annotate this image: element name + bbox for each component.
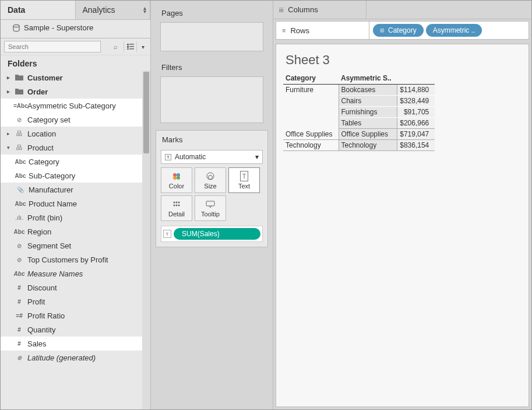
field-label: Profit Ratio: [27, 311, 65, 320]
table-row[interactable]: Technology Technology $836,154: [283, 140, 435, 151]
bin-icon: .ılı.: [13, 215, 25, 221]
cell-value: $91,705: [397, 107, 435, 118]
field-label: Sub-Category: [29, 171, 75, 180]
worksheet-area: iii Columns ≡ Rows ⊞ Category Asymmetric…: [273, 1, 531, 409]
color-icon: [172, 171, 181, 181]
field-category-set[interactable]: ⊘ Category set: [1, 113, 150, 127]
pages-drop[interactable]: [160, 22, 263, 51]
folder-order[interactable]: ▸ Order: [1, 85, 150, 99]
marks-tooltip-button[interactable]: Tooltip: [195, 195, 226, 221]
rows-shelf-label: ≡ Rows: [276, 22, 369, 39]
cell-value: $328,449: [397, 96, 435, 107]
set-icon: ⊘: [13, 257, 25, 263]
field-product-name[interactable]: Abc Product Name: [1, 197, 150, 211]
field-category[interactable]: Abc Category: [1, 155, 150, 169]
marks-pill-sum-sales[interactable]: T SUM(Sales): [161, 226, 263, 242]
number-icon: #: [13, 327, 25, 333]
number-icon: #: [13, 299, 25, 305]
tab-data[interactable]: Data: [1, 1, 76, 19]
number-icon: #: [13, 285, 25, 291]
cell-sub: Bookcases: [339, 85, 397, 96]
data-pane-menu[interactable]: ▾: [136, 41, 147, 52]
field-region[interactable]: Abc Region: [1, 225, 150, 239]
crosstab: Category Asymmetric S.. Furniture Bookca…: [283, 72, 435, 151]
field-segment-set[interactable]: ⊘ Segment Set: [1, 239, 150, 253]
svg-rect-19: [206, 201, 214, 206]
field-measure-names[interactable]: Abc Measure Names: [1, 267, 150, 281]
field-sales[interactable]: # Sales: [1, 337, 150, 351]
cell-value: $206,966: [397, 118, 435, 129]
field-label: Segment Set: [27, 241, 71, 250]
tab-analytics[interactable]: Analytics ▴▾: [76, 1, 151, 19]
marks-text-button[interactable]: T Text: [228, 167, 260, 193]
field-asymmetric-subcategory[interactable]: =Abc Asymmetric Sub-Category: [1, 99, 150, 113]
pill-category[interactable]: ⊞ Category: [373, 24, 424, 37]
field-label: Discount: [27, 283, 57, 292]
field-discount[interactable]: # Discount: [1, 281, 150, 295]
field-profit[interactable]: # Profit: [1, 295, 150, 309]
columns-drop[interactable]: [367, 1, 531, 19]
tree-scrollbar[interactable]: [142, 71, 150, 409]
globe-icon: ⊕: [13, 355, 25, 361]
string-icon: Abc: [15, 159, 26, 165]
cell-category: Office Supplies: [283, 129, 339, 140]
svg-rect-6: [129, 48, 134, 50]
col-header-sub[interactable]: Asymmetric S..: [339, 72, 397, 85]
cell-value: $719,047: [397, 129, 435, 140]
pill-asymmetric[interactable]: Asymmetric ..: [426, 24, 482, 37]
view-toggle-button[interactable]: [124, 41, 134, 52]
cell-sub: Furnishings: [339, 107, 397, 118]
sheet-title[interactable]: Sheet 3: [276, 44, 529, 72]
field-latitude[interactable]: ⊕ Latitude (generated): [1, 351, 150, 365]
field-quantity[interactable]: # Quantity: [1, 323, 150, 337]
field-profit-bin[interactable]: .ılı. Profit (bin): [1, 211, 150, 225]
marks-color-button[interactable]: Color: [161, 167, 192, 193]
table-row[interactable]: Office Supplies Office Supplies $719,047: [283, 129, 435, 140]
field-label: Region: [27, 227, 51, 236]
field-manufacturer[interactable]: 📎 Manufacturer: [1, 183, 150, 197]
filters-drop[interactable]: [160, 76, 263, 123]
rows-drop[interactable]: ⊞ Category Asymmetric ..: [369, 22, 529, 39]
col-header-category[interactable]: Category: [283, 72, 339, 85]
table-row[interactable]: Furniture Bookcases $114,880: [283, 85, 435, 96]
calc-icon: =Abc: [13, 103, 25, 109]
field-label: Profit: [27, 297, 45, 306]
field-label: Manufacturer: [29, 185, 73, 194]
folder-product[interactable]: ▾品 Product: [1, 141, 150, 155]
svg-point-0: [13, 24, 19, 27]
string-icon: Abc: [15, 173, 26, 179]
columns-icon: iii: [279, 6, 283, 13]
field-label: Category set: [27, 115, 71, 124]
marks-type-selector[interactable]: T Automatic ▾: [161, 150, 263, 164]
cell-sub: Technology: [339, 140, 397, 151]
datasource-row[interactable]: Sample - Superstore: [1, 20, 150, 38]
caret-icon: ▾: [5, 145, 11, 150]
set-icon: ⊘: [13, 243, 25, 249]
cell-sub: Office Supplies: [339, 129, 397, 140]
folder-customer[interactable]: ▸ Customer: [1, 71, 150, 85]
viz-canvas[interactable]: Sheet 3 Category Asymmetric S.. Furnitur…: [276, 44, 529, 407]
scrollbar-thumb[interactable]: [143, 72, 149, 153]
tooltip-icon: [206, 199, 215, 209]
tab-resize-handle[interactable]: ▴▾: [143, 6, 146, 13]
cards-pane: Pages Filters Marks T Automatic ▾ Color: [151, 1, 273, 409]
marks-size-button[interactable]: Size: [195, 167, 226, 193]
folder-location[interactable]: ▸品 Location: [1, 127, 150, 141]
marks-card: Marks T Automatic ▾ Color Size T: [156, 130, 268, 247]
pages-shelf: Pages: [156, 4, 268, 51]
pill-label: SUM(Sales): [174, 228, 260, 240]
search-input[interactable]: [4, 41, 101, 52]
field-top-customers[interactable]: ⊘ Top Customers by Profit: [1, 253, 150, 267]
field-subcategory[interactable]: Abc Sub-Category: [1, 169, 150, 183]
marks-detail-button[interactable]: Detail: [161, 195, 192, 221]
calc-number-icon: =#: [13, 313, 25, 319]
folders-header: Folders: [1, 55, 150, 71]
string-icon: Abc: [13, 229, 25, 235]
cell-value: $836,154: [397, 140, 435, 151]
svg-point-12: [209, 176, 213, 180]
svg-point-18: [178, 205, 180, 206]
rows-shelf-row: ≡ Rows ⊞ Category Asymmetric ..: [276, 21, 529, 40]
marks-btn-label: Text: [238, 183, 250, 190]
field-profit-ratio[interactable]: =# Profit Ratio: [1, 309, 150, 323]
svg-point-9: [173, 176, 177, 180]
